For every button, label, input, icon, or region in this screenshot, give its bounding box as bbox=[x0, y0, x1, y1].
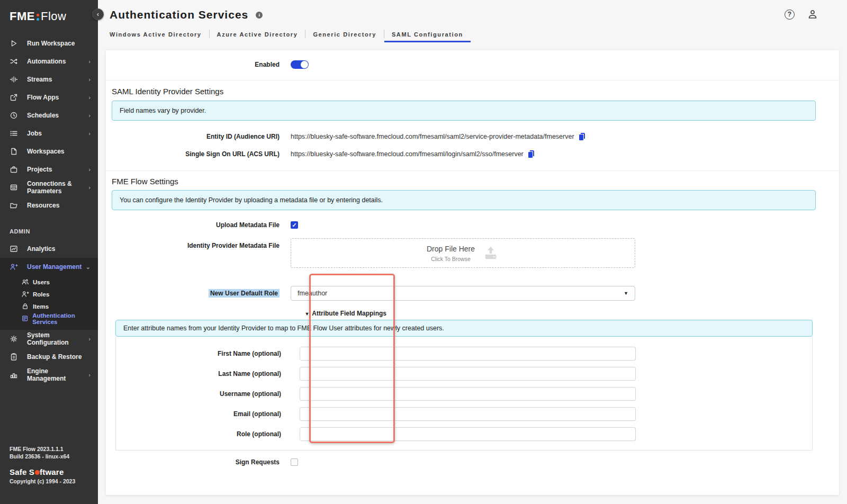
chevron-right-icon: › bbox=[88, 166, 91, 173]
sign-requests-checkbox[interactable] bbox=[291, 458, 298, 466]
user-management-group: User Management ⌄ Users Roles Items Auth… bbox=[0, 258, 98, 330]
drop-file-here-text: Drop File Here bbox=[427, 245, 475, 253]
sidebar-nav: Run Workspace Automations › Streams › Fl… bbox=[0, 25, 98, 214]
sidebar-item-flow-apps[interactable]: Flow Apps › bbox=[0, 88, 98, 106]
chevron-right-icon: › bbox=[88, 184, 91, 191]
sidebar: FME Flow Run Workspace Automations › Str… bbox=[0, 0, 98, 504]
select-caret-icon: ▼ bbox=[624, 291, 628, 296]
logo-fme-text: FME bbox=[10, 10, 35, 23]
copy-icon[interactable] bbox=[579, 133, 585, 140]
app-share-icon bbox=[10, 93, 18, 102]
username-input[interactable] bbox=[300, 387, 636, 401]
sidebar-item-resources[interactable]: Resources bbox=[0, 196, 98, 214]
clipboard-icon bbox=[10, 353, 18, 361]
chevron-down-icon: ⌄ bbox=[86, 264, 91, 271]
sidebar-item-projects[interactable]: Projects › bbox=[0, 160, 98, 178]
enabled-toggle[interactable] bbox=[291, 60, 309, 69]
sidebar-item-analytics[interactable]: Analytics bbox=[0, 240, 98, 258]
waveform-icon bbox=[10, 75, 18, 84]
sidebar-item-user-management[interactable]: User Management ⌄ bbox=[0, 258, 98, 276]
analytics-chart-icon bbox=[10, 245, 18, 253]
title-info-icon[interactable]: i bbox=[256, 12, 263, 19]
fme-flow-logo: FME Flow bbox=[0, 0, 98, 25]
sso-url-value: https://bluesky-safe-software.fmecloud.c… bbox=[291, 150, 524, 158]
entity-id-value: https://bluesky-safe-software.fmecloud.c… bbox=[291, 133, 574, 140]
user-account-icon[interactable] bbox=[807, 9, 818, 20]
last-name-label: Last Name (optional) bbox=[116, 370, 281, 377]
shuffle-icon bbox=[10, 57, 18, 66]
idp-info-box: Field names vary by provider. bbox=[112, 101, 816, 121]
lock-icon bbox=[21, 302, 29, 310]
logo-colon-icon bbox=[37, 14, 39, 21]
chevron-right-icon: › bbox=[88, 76, 91, 83]
list-icon bbox=[10, 129, 18, 138]
copy-icon[interactable] bbox=[528, 150, 534, 158]
click-to-browse-text: Click To Browse bbox=[427, 256, 475, 262]
entity-id-label: Entity ID (Audience URI) bbox=[106, 133, 280, 140]
tab-bar: Windows Active Directory Azure Active Di… bbox=[98, 21, 847, 42]
saml-idp-settings-heading: SAML Identity Provider Settings bbox=[112, 87, 839, 96]
upload-icon bbox=[482, 246, 499, 260]
file-dropzone[interactable]: Drop File Here Click To Browse bbox=[291, 238, 635, 268]
sidebar-item-connections-parameters[interactable]: Connections & Parameters › bbox=[0, 178, 98, 196]
blocks-icon bbox=[10, 371, 18, 379]
help-icon[interactable]: ? bbox=[785, 10, 795, 20]
chevron-right-icon: › bbox=[88, 112, 91, 119]
tab-windows-active-directory[interactable]: Windows Active Directory bbox=[110, 31, 209, 42]
mappings-info-box: Enter attribute names from your Identity… bbox=[115, 320, 813, 337]
copyright-text: Copyright (c) 1994 - 2023 bbox=[10, 478, 75, 485]
sidebar-item-engine-management[interactable]: Engine Management › bbox=[0, 366, 98, 384]
upload-metadata-checkbox[interactable]: ✓ bbox=[291, 221, 298, 229]
role-input[interactable] bbox=[300, 427, 636, 441]
sidebar-item-jobs[interactable]: Jobs › bbox=[0, 124, 98, 142]
sidebar-subitem-users[interactable]: Users bbox=[0, 276, 98, 288]
sidebar-item-automations[interactable]: Automations › bbox=[0, 52, 98, 70]
users-group-icon bbox=[21, 278, 29, 286]
section-divider bbox=[106, 170, 839, 171]
auth-card-icon bbox=[21, 314, 29, 322]
sidebar-subitem-roles[interactable]: Roles bbox=[0, 288, 98, 300]
tab-saml-configuration[interactable]: SAML Configuration bbox=[384, 31, 471, 42]
sign-requests-label: Sign Requests bbox=[106, 458, 280, 466]
mappings-fields-container: First Name (optional) Last Name (optiona… bbox=[115, 337, 813, 451]
sidebar-item-streams[interactable]: Streams › bbox=[0, 70, 98, 88]
triangle-down-icon: ▼ bbox=[304, 311, 309, 317]
sidebar-item-system-configuration[interactable]: System Configuration › bbox=[0, 330, 98, 348]
section-divider bbox=[106, 80, 839, 80]
user-plus-icon bbox=[10, 263, 18, 271]
sidebar-item-run-workspace[interactable]: Run Workspace bbox=[0, 34, 98, 52]
sidebar-item-backup-restore[interactable]: Backup & Restore bbox=[0, 348, 98, 366]
build-text: Build 23636 - linux-x64 bbox=[10, 453, 75, 460]
sidebar-subitem-authentication-services[interactable]: Authentication Services bbox=[0, 312, 98, 325]
first-name-label: First Name (optional) bbox=[116, 350, 281, 357]
chevron-right-icon: › bbox=[88, 372, 91, 378]
role-label: Role (optional) bbox=[116, 430, 281, 438]
sidebar-subitem-items[interactable]: Items bbox=[0, 300, 98, 312]
sidebar-footer: FME Flow 2023.1.1.1 Build 23636 - linux-… bbox=[10, 445, 75, 485]
role-plus-icon bbox=[21, 290, 29, 298]
last-name-input[interactable] bbox=[300, 367, 636, 381]
sidebar-item-workspaces[interactable]: Workspaces bbox=[0, 142, 98, 160]
tab-azure-active-directory[interactable]: Azure Active Directory bbox=[210, 31, 305, 42]
tab-generic-directory[interactable]: Generic Directory bbox=[305, 31, 384, 42]
clock-icon bbox=[10, 111, 18, 120]
upload-metadata-label: Upload Metadata File bbox=[106, 221, 280, 229]
orange-dot-icon bbox=[35, 470, 40, 475]
sidebar-collapse-button[interactable]: ‹ bbox=[92, 8, 104, 20]
fme-flow-settings-heading: FME Flow Settings bbox=[112, 177, 839, 186]
settings-card: Enabled SAML Identity Provider Settings … bbox=[106, 50, 839, 495]
chevron-right-icon: › bbox=[88, 336, 91, 342]
email-label: Email (optional) bbox=[116, 410, 281, 418]
version-text: FME Flow 2023.1.1.1 bbox=[10, 445, 75, 453]
logo-flow-text: Flow bbox=[41, 10, 66, 23]
attribute-field-mappings-toggle[interactable]: ▼Attribute Field Mappings bbox=[112, 310, 386, 317]
safe-software-logo: Safe Sftware bbox=[10, 467, 75, 478]
email-input[interactable] bbox=[300, 407, 636, 421]
sidebar-item-schedules[interactable]: Schedules › bbox=[0, 106, 98, 124]
default-role-select[interactable]: fmeauthor ▼ bbox=[291, 286, 635, 301]
folder-icon bbox=[10, 201, 18, 210]
first-name-input[interactable] bbox=[300, 347, 636, 361]
chevron-right-icon: › bbox=[88, 94, 91, 101]
username-label: Username (optional) bbox=[116, 390, 281, 398]
document-icon bbox=[10, 147, 18, 156]
